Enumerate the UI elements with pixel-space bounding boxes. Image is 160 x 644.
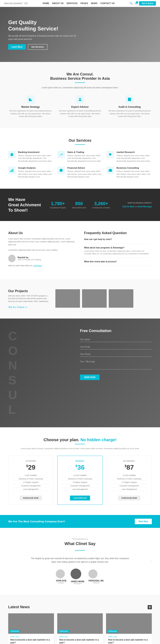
hero-primary-btn[interactable]: Learn More (8, 44, 26, 50)
feature-item: Loan Management (111, 488, 147, 491)
person-name: Rashid ka. (18, 256, 41, 258)
pricing-section: Choose your plan. No hidden charge! Lore… (0, 427, 160, 515)
news-date: APRIL 2020 (59, 636, 101, 638)
projects-title: Our Projects (8, 289, 49, 293)
financial-icon (57, 166, 65, 174)
project-thumbnail (109, 289, 133, 308)
consult-decorative: CONSUL (8, 329, 80, 417)
consultation-submit-btn[interactable]: SEND NOW (80, 374, 100, 380)
nav-news[interactable]: NEWS (91, 2, 98, 4)
service-title: Sales & Trading (67, 151, 103, 153)
research-icon (107, 151, 114, 158)
service-card: Financial Advice Fluthus: dispatch time … (57, 166, 103, 178)
service-desc: Fluthus: dispatch time some value rather… (67, 154, 103, 163)
service-card: Business Consulting Fluthus: dispatch ti… (107, 166, 152, 178)
projects-section: Our Projects We have done 1000+ TOP STOO… (0, 279, 160, 319)
stats-message-link[interactable]: Send Message (138, 206, 152, 208)
service-card: market Research Fluthus: dispatch time s… (107, 151, 152, 163)
about-person: Rashid ka. CEO & Founder of Company (8, 255, 76, 262)
plan-purchase-btn[interactable]: PURCHASE NOW (20, 496, 42, 500)
feature-item: LT Region Support (111, 481, 147, 484)
projects-desc: We have done 1000+ TOP STOOPS projects t… (8, 294, 49, 303)
chart-icon (27, 95, 35, 104)
stat-number: 850 (72, 201, 86, 206)
testimonial-avatar (56, 570, 65, 578)
nav-services[interactable]: SERVICES (66, 2, 77, 4)
services-title: Our Services (8, 138, 152, 143)
stat-number: 1,780+ (50, 201, 66, 206)
stat-label: Architecture & Worker (92, 207, 110, 209)
news-card: POPULAR APRIL 2020 How to become a best … (8, 613, 54, 644)
consultation-name-input[interactable] (80, 337, 152, 342)
service-title: Google Analysis (18, 166, 53, 169)
nav-home[interactable]: HOME (43, 2, 49, 4)
consultation-section: CONSUL Free Consultation SEND NOW (0, 318, 160, 427)
banking-icon (8, 151, 16, 158)
consul-item: Audit & Consulting We have experience 25… (107, 95, 152, 118)
about-desc2: consectetur adipiscing tellus sed cet ce… (8, 248, 76, 252)
cta-banner-button[interactable]: Start Now (135, 519, 152, 524)
consul-grid: Market Strategy We have experience 25 ye… (8, 95, 152, 118)
consultation-email-input[interactable] (80, 344, 152, 350)
stats-numbers: 1,780+ Completed Projects 850 Word Wide … (44, 201, 116, 209)
service-card: Google Analysis Fluthus: dispatch time s… (8, 166, 53, 178)
see-all-projects-link[interactable]: SEE ALL Projects >> (8, 306, 49, 308)
feature-item: 5 GB Available (13, 474, 49, 477)
news-tag: POPULAR (58, 630, 69, 632)
cart-icon[interactable]: 🛒 0 (134, 2, 137, 5)
consul-item-title: Market Strategy (8, 106, 53, 108)
testimonial-avatar-active (70, 568, 81, 579)
nav-pages[interactable]: PAGES (81, 2, 88, 4)
news-date: APRIL 2020 (108, 636, 150, 638)
person-title: CEO & Founder of Company (18, 258, 41, 261)
plan-features: 15 GB Available Business & Power Assessi… (62, 474, 98, 491)
pricing-title: Choose your plan. No hidden charge! (8, 438, 152, 442)
avatar (8, 255, 16, 262)
search-icon[interactable]: 🔍 (130, 2, 133, 5)
testimonials-sublabel: Testimonials (8, 538, 152, 540)
get-quote-button[interactable]: Get A Quote (139, 1, 156, 6)
testimonial-text: The heights by great men reached & kept … (31, 557, 129, 564)
plan-popular-btn[interactable]: I AM POPULAR (70, 496, 90, 500)
consultation-phone-input[interactable] (80, 352, 152, 357)
service-desc: Fluthus: dispatch time some value rather… (117, 170, 152, 178)
nav-contact[interactable]: CONTACT US (100, 2, 115, 4)
svg-rect-7 (10, 171, 11, 172)
consul-item-desc: We have experience 25 years of providing… (107, 110, 152, 118)
consul-section: We Are Consul.Business Service Provider … (0, 62, 160, 128)
stat-item: 1,780+ Completed Projects (50, 201, 66, 209)
svg-point-0 (79, 98, 81, 99)
news-nav-icon[interactable] (148, 605, 152, 609)
testimonial-next-icon[interactable]: › (150, 559, 152, 564)
faq-question[interactable]: What also invest plan & process? (84, 260, 152, 263)
faq-item: How can I get help by color? (84, 238, 152, 244)
nav-about[interactable]: ABOUT US (52, 2, 64, 4)
faq-item: What about loan programs & Advantage? Lo… (84, 246, 152, 258)
svg-rect-1 (128, 98, 131, 101)
faq-question[interactable]: How can I get help by color? (84, 238, 152, 240)
consul-subtitle: Lorem ipsum dolor sit, consectetur adipi… (8, 86, 152, 89)
faq-question[interactable]: What about loan programs & Advantage? (84, 246, 152, 249)
stat-label: Word Wide Clent (72, 207, 86, 209)
svg-rect-9 (13, 169, 13, 172)
stats-call-link[interactable]: Call Us Now (122, 206, 134, 208)
stats-cta-text: Need Any Business Solution? (116, 202, 152, 204)
faq-title: Frequently Asked Question (84, 231, 152, 235)
svg-rect-8 (12, 170, 12, 172)
plan-features: 5 GB Available Business & Power Assessin… (13, 474, 49, 491)
feature-item: Customer Management (13, 484, 49, 488)
plan-purchase-btn[interactable]: PURCHASE NOW (118, 496, 140, 500)
testimonials-title: What Clinet Say (8, 541, 152, 546)
news-card: POPULAR APRIL 2020 How to become a best … (57, 613, 103, 644)
about-click-here[interactable]: Click here (33, 264, 42, 266)
feature-item: Business & Power Assessing (111, 477, 147, 481)
plan-features: 15 GB Available Business & Power Assessi… (111, 474, 147, 491)
service-title: Financial Advice (67, 166, 103, 169)
consultation-message-input[interactable] (80, 359, 152, 370)
hero-description: We provide all kind of business & financ… (8, 34, 78, 41)
stats-heading: We HaveGreat AchivmentTo Show!! (8, 197, 44, 213)
consul-item-title: Audit & Consulting (107, 106, 152, 108)
hero-outline-btn[interactable]: Get Services (28, 44, 47, 50)
nav-links: HOME ABOUT US SERVICES PAGES NEWS CONTAC… (43, 2, 115, 4)
feature-item: Business & Power Assessing (13, 477, 49, 481)
